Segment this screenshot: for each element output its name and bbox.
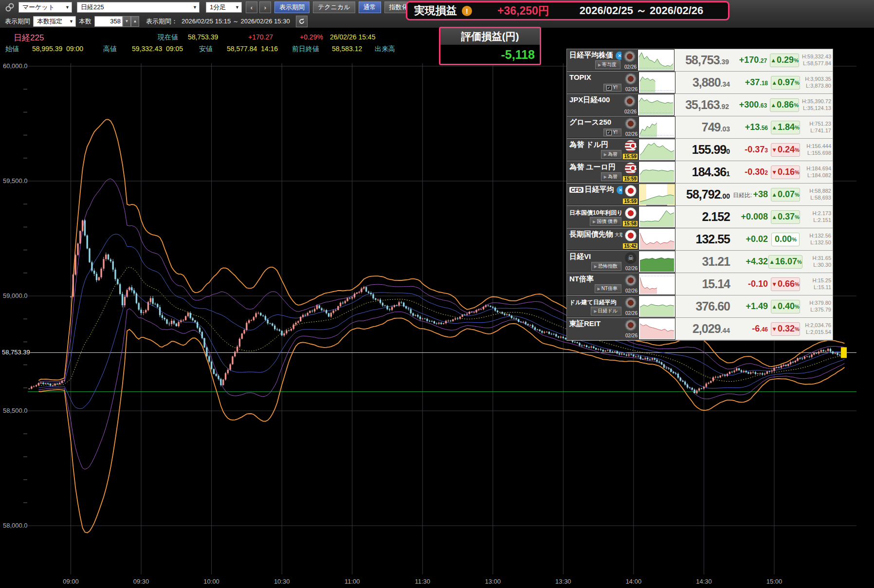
svg-text:59,000.0: 59,000.0 (3, 292, 28, 299)
instrument-cell[interactable]: 東証REIT02/26 (567, 318, 638, 340)
mini-chart[interactable] (638, 318, 675, 340)
last-price: 2.152 (675, 210, 730, 224)
sub-button-寄与度[interactable]: ▶寄与度 (595, 60, 620, 69)
watch-row[interactable]: 為替 ドル円▶為替15:59155.990-0.373▼0.24%H:156.4… (567, 139, 833, 161)
mini-chart[interactable] (638, 273, 675, 295)
instrument-cell[interactable]: 為替 ユーロ円▶為替15:59 (567, 161, 638, 183)
mini-chart[interactable] (638, 139, 675, 161)
watch-row[interactable]: JPX日経40002/2635,163.92+300.63▲0.86%H:35,… (567, 94, 833, 116)
chevron-down-icon: ▼ (193, 5, 197, 10)
realized-pnl-label: 実現損益 (414, 3, 457, 18)
watch-row[interactable]: NT倍率▶NT倍率02/2615.14-0.10▼0.66%H:15.25L:1… (567, 273, 833, 295)
watch-row[interactable]: 日本国債10年利回り▶国債 債券15:582.152+0.008▲0.37%H:… (567, 206, 833, 228)
arrow-icon: ▶ (604, 152, 607, 157)
warning-icon[interactable]: ! (462, 6, 472, 16)
count-mode-dropdown[interactable]: 本数指定▼ (33, 16, 76, 27)
instrument-name: CFD日経平均✕ (569, 185, 622, 194)
mini-chart[interactable] (638, 161, 675, 183)
watch-row[interactable]: グロース250✓Y!02/26749.03+13.56▲1.84%H:751.2… (567, 116, 833, 139)
mini-chart[interactable] (638, 72, 675, 93)
sub-button-Y![interactable]: ✓Y! (603, 129, 621, 136)
sub-button-国債 債券[interactable]: ▶国債 債券 (590, 217, 621, 226)
watch-row[interactable]: TOPIX✓Y!02/263,880.34+37.18▲0.97%H:3,903… (567, 72, 833, 94)
instrument-cell[interactable]: JPX日経40002/26 (567, 94, 637, 116)
instrument-cell[interactable]: 日経平均株価✕▶寄与度02/26 (567, 49, 637, 71)
normal-button[interactable]: 通常 (359, 1, 381, 13)
timeframe-dropdown[interactable]: 1分足▼ (206, 2, 242, 13)
record-icon[interactable] (624, 95, 636, 107)
record-icon[interactable] (625, 297, 637, 309)
sub-button-為替[interactable]: ▶為替 (601, 150, 621, 159)
prev-button[interactable]: ‹ (246, 1, 257, 13)
sub-button-日経ドル[interactable]: ▶日経ドル (591, 307, 621, 315)
watch-row[interactable]: 為替 ユーロ円▶為替15:59184.361-0.302▼0.16%H:184.… (567, 161, 833, 184)
instrument-cell[interactable]: 長期国債先物大取15:42 (567, 228, 638, 250)
svg-text:10:30: 10:30 (274, 578, 290, 585)
high-low-values: H:59,332.43L:58,577.84 (802, 54, 833, 67)
high-low-values: H:58,882L:58,693 (803, 188, 833, 202)
sub-button-恐怖指数[interactable]: ▶恐怖指数 (591, 262, 621, 271)
usjp-icon[interactable] (625, 140, 637, 152)
watch-row[interactable]: 東証REIT02/262,029.44-6.46▼0.32%H:2,034.76… (567, 318, 833, 340)
record-icon[interactable] (625, 118, 637, 129)
price-change: -0.10 (730, 279, 768, 289)
mini-chart[interactable] (638, 206, 675, 228)
usjp-icon[interactable] (625, 163, 637, 174)
market-dropdown[interactable]: マーケット▼ (18, 2, 72, 13)
count-label: 本数 (79, 17, 91, 26)
instrument-cell[interactable]: ドル建て日経平均▶日経ドル02/26 (567, 295, 638, 317)
sub-button-Y![interactable]: ✓Y! (603, 84, 621, 92)
instrument-cell[interactable]: グロース250✓Y!02/26 (567, 116, 638, 138)
instrument-cell[interactable]: NT倍率▶NT倍率02/26 (567, 273, 638, 295)
sub-button-NT倍率[interactable]: ▶NT倍率 (595, 284, 622, 293)
skull-icon[interactable]: ☠ (625, 252, 637, 264)
record-icon[interactable] (625, 73, 637, 85)
quote-timestamp: 15:59 (623, 154, 637, 159)
instrument-cell[interactable]: 日経VI▶恐怖指数☠02/26 (567, 251, 638, 273)
high-low-values: H:31.65L:30.30 (803, 255, 833, 269)
technical-button[interactable]: テクニカル (313, 1, 355, 13)
next-button[interactable]: › (259, 1, 271, 13)
change-percent-badge: ▲0.29% (770, 54, 799, 67)
price-change: +170.27 (729, 55, 767, 65)
mini-chart[interactable] (638, 295, 675, 317)
mini-chart[interactable] (638, 116, 675, 138)
instrument-cell[interactable]: CFD日経平均✕15:59 (567, 184, 638, 205)
mini-chart[interactable] (638, 251, 675, 273)
jp-icon[interactable] (625, 185, 637, 197)
record-icon[interactable] (625, 319, 637, 331)
range-label: 表示期間： (146, 17, 178, 26)
count-down-spinner[interactable]: ▼ (123, 16, 131, 27)
price-change: -0.302 (730, 167, 768, 177)
display-period-button[interactable]: 表示期間 (274, 1, 310, 13)
mini-chart[interactable] (638, 184, 675, 205)
reload-icon[interactable] (296, 16, 308, 27)
mini-chart[interactable] (637, 49, 674, 71)
last-price: 58,792.00 (675, 187, 730, 202)
record-icon[interactable] (624, 51, 636, 62)
jp-icon[interactable] (625, 207, 637, 219)
mini-chart[interactable] (638, 228, 675, 250)
record-icon[interactable] (625, 275, 637, 286)
range-value: 2026/02/25 15:15 ～ 2026/02/26 15:30 (182, 17, 290, 26)
instrument-cell[interactable]: 為替 ドル円▶為替15:59 (567, 139, 638, 161)
close-icon[interactable]: ✕ (617, 186, 622, 194)
jp-icon[interactable] (625, 230, 637, 241)
unrealized-pnl-value: -5,118 (440, 45, 540, 62)
watch-row[interactable]: CFD日経平均✕15:5958,792.00日経比:+38▲0.07%H:58,… (567, 184, 833, 206)
sub-button-為替[interactable]: ▶為替 (601, 172, 621, 181)
price-change: -0.373 (730, 145, 768, 155)
watch-row[interactable]: 日経平均株価✕▶寄与度02/2658,753.39+170.27▲0.29%H:… (567, 49, 833, 72)
mini-chart[interactable] (637, 94, 674, 116)
count-up-spinner[interactable]: ▲ (131, 16, 139, 27)
symbol-dropdown[interactable]: 日経225▼ (77, 2, 200, 13)
instrument-cell[interactable]: 日本国債10年利回り▶国債 債券15:58 (567, 206, 638, 228)
instrument-cell[interactable]: TOPIX✓Y!02/26 (567, 72, 638, 93)
watch-row[interactable]: ドル建て日経平均▶日経ドル02/26376.60+1.49▲0.40%H:379… (567, 295, 833, 318)
close-icon[interactable]: ✕ (616, 52, 621, 60)
watch-row[interactable]: 日経VI▶恐怖指数☠02/2631.21+4.32▲16.07%H:31.65L… (567, 251, 833, 273)
quote-timestamp: 15:58 (623, 221, 637, 226)
bar-count-input[interactable] (94, 16, 123, 27)
watch-row[interactable]: 長期国債先物大取15:42132.55+0.020.00%H:132.56L:1… (567, 228, 833, 251)
link-icon[interactable] (5, 2, 15, 12)
